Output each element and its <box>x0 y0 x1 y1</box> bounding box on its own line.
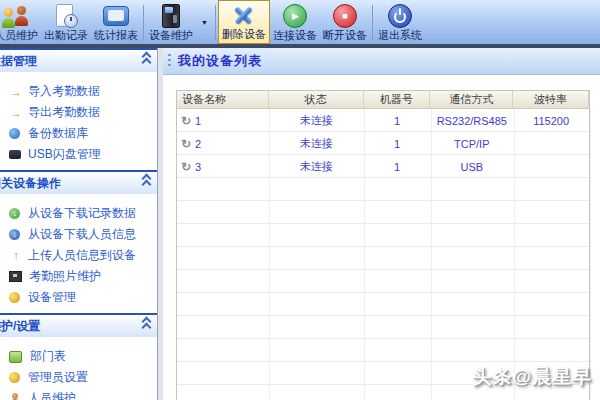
device-name: 2 <box>195 138 201 150</box>
chevron-up-double-icon[interactable] <box>143 320 150 332</box>
toolbar-button-label: 人员维护 <box>0 29 38 42</box>
toolbar-button-statistics-report[interactable]: 统计报表 <box>91 0 141 44</box>
group-header-maintenance-settings[interactable]: 维护/设置 <box>0 313 157 337</box>
sidebar-item-attendance-photo[interactable]: 考勤照片维护 <box>0 266 157 287</box>
power-icon <box>388 4 412 28</box>
table-row[interactable]: ↻1 未连接 1 RS232/RS485 115200 <box>177 109 589 132</box>
machine-no-cell: 1 <box>364 155 431 178</box>
device-name-cell: ↻2 <box>177 132 269 155</box>
sidebar-item-label: 导入考勤数据 <box>28 83 100 100</box>
icon-wrap <box>283 2 307 29</box>
toolbar: 人员维护 出勤记录 统计报表 设备维护 <box>0 0 600 44</box>
sidebar-item-label: 部门表 <box>30 348 66 365</box>
download-personnel-icon: ↓ <box>9 229 20 240</box>
sidebar-item-department-table[interactable]: 部门表 <box>0 346 157 367</box>
toolbar-button-label: 断开设备 <box>323 29 367 42</box>
chevron-down-icon[interactable] <box>196 0 213 44</box>
delete-x-icon <box>231 5 256 27</box>
baud-rate-cell <box>513 155 589 178</box>
machine-no-cell: 1 <box>364 132 431 155</box>
sidebar-item-upload-personnel[interactable]: 上传人员信息到设备 <box>0 245 157 266</box>
device-refresh-icon: ↻ <box>181 160 191 174</box>
comm-mode-cell: TCP/IP <box>430 132 513 155</box>
device-name: 3 <box>195 161 201 173</box>
usb-disk-icon <box>9 150 21 159</box>
comm-mode-cell: RS232/RS485 <box>430 109 513 132</box>
column-header-status[interactable]: 状态 <box>269 91 364 108</box>
sidebar-item-personnel-maintenance[interactable]: 人员维护 <box>0 388 157 400</box>
icon-wrap <box>231 3 256 28</box>
column-header-comm-mode[interactable]: 通信方式 <box>430 91 513 108</box>
sidebar-item-download-personnel[interactable]: ↓ 从设备下载人员信息 <box>0 224 157 245</box>
sidebar-item-usb-disk-management[interactable]: USB闪盘管理 <box>0 144 157 165</box>
drag-grip-icon[interactable] <box>168 54 171 69</box>
status-cell: 未连接 <box>269 109 364 132</box>
sidebar-group-maintenance-settings: 维护/设置 部门表 管理员设置 人员维护 <box>0 313 157 400</box>
toolbar-separator <box>143 5 144 40</box>
group-header-device-operations[interactable]: 相关设备操作 <box>0 170 157 194</box>
table-row[interactable]: ↻2 未连接 1 TCP/IP <box>177 132 589 155</box>
toolbar-button-label: 退出系统 <box>378 29 422 42</box>
icon-wrap <box>333 2 357 29</box>
toolbar-button-label: 连接设备 <box>273 29 317 42</box>
column-header-machine-no[interactable]: 机器号 <box>364 91 431 108</box>
download-records-icon: ↓ <box>9 208 20 219</box>
sidebar-item-label: USB闪盘管理 <box>28 146 101 163</box>
device-name: 1 <box>195 115 201 127</box>
column-divider <box>590 109 591 400</box>
icon-wrap <box>162 2 180 29</box>
toolbar-button-label: 删除设备 <box>222 28 266 41</box>
app-window: 人员维护 出勤记录 统计报表 设备维护 <box>0 0 600 400</box>
sidebar-item-export-attendance-data[interactable]: 导出考勤数据 <box>0 102 157 123</box>
panel-title: 我的设备列表 <box>178 52 262 70</box>
backup-database-icon <box>9 128 20 139</box>
comm-mode-cell: USB <box>430 155 513 178</box>
export-arrow-icon <box>9 106 23 119</box>
toolbar-button-personnel-maintenance[interactable]: 人员维护 <box>0 0 41 44</box>
toolbar-button-exit-system[interactable]: 退出系统 <box>375 0 425 44</box>
toolbar-button-disconnect-device[interactable]: 断开设备 <box>320 0 370 44</box>
device-icon <box>162 4 180 28</box>
admin-settings-icon <box>9 372 20 383</box>
device-refresh-icon: ↻ <box>181 137 191 151</box>
column-header-device-name[interactable]: 设备名称 <box>177 91 269 108</box>
sidebar-item-label: 人员维护 <box>28 390 76 400</box>
toolbar-button-delete-device[interactable]: 删除设备 <box>218 0 270 44</box>
sidebar-item-admin-settings[interactable]: 管理员设置 <box>0 367 157 388</box>
machine-no-cell: 1 <box>364 109 431 132</box>
group-items: 部门表 管理员设置 人员维护 <box>0 337 157 400</box>
toolbar-button-label: 出勤记录 <box>44 29 88 42</box>
sidebar-item-import-attendance-data[interactable]: 导入考勤数据 <box>0 81 157 102</box>
personnel-icon <box>9 393 20 400</box>
baud-rate-cell <box>513 132 589 155</box>
group-items: 导入考勤数据 导出考勤数据 备份数据库 USB闪盘管理 <box>0 72 157 170</box>
icon-wrap <box>54 2 78 29</box>
chevron-up-double-icon[interactable] <box>143 55 150 67</box>
department-table-icon <box>9 351 22 363</box>
sidebar-item-label: 从设备下载人员信息 <box>28 226 136 243</box>
status-cell: 未连接 <box>269 132 364 155</box>
sidebar-item-download-records[interactable]: ↓ 从设备下载记录数据 <box>0 203 157 224</box>
watermark: 头条@晨星早 <box>472 364 592 390</box>
disconnect-stop-icon <box>333 4 357 28</box>
device-table: 设备名称 状态 机器号 通信方式 波特率 ↻1 未连接 <box>176 90 590 400</box>
people-icon <box>2 4 30 28</box>
group-header-data-management[interactable]: 数据管理 <box>0 48 157 72</box>
connect-play-icon <box>283 4 307 28</box>
chevron-up-double-icon[interactable] <box>143 177 150 189</box>
upload-personnel-icon <box>9 249 23 262</box>
column-header-baud-rate[interactable]: 波特率 <box>513 91 589 108</box>
device-manage-icon <box>9 292 20 303</box>
toolbar-button-connect-device[interactable]: 连接设备 <box>270 0 320 44</box>
sidebar-item-label: 设备管理 <box>28 289 76 306</box>
toolbar-button-device-maintenance[interactable]: 设备维护 <box>146 0 196 44</box>
icon-wrap <box>388 2 412 29</box>
toolbar-button-attendance-records[interactable]: 出勤记录 <box>41 0 91 44</box>
device-name-cell: ↻3 <box>177 155 269 178</box>
sidebar-item-backup-database[interactable]: 备份数据库 <box>0 123 157 144</box>
toolbar-button-label: 统计报表 <box>94 29 138 42</box>
table-row[interactable]: ↻3 未连接 1 USB <box>177 155 589 178</box>
sidebar-item-label: 备份数据库 <box>28 125 88 142</box>
sidebar-item-device-management[interactable]: 设备管理 <box>0 287 157 308</box>
group-items: ↓ 从设备下载记录数据 ↓ 从设备下载人员信息 上传人员信息到设备 考勤照片维护 <box>0 194 157 313</box>
